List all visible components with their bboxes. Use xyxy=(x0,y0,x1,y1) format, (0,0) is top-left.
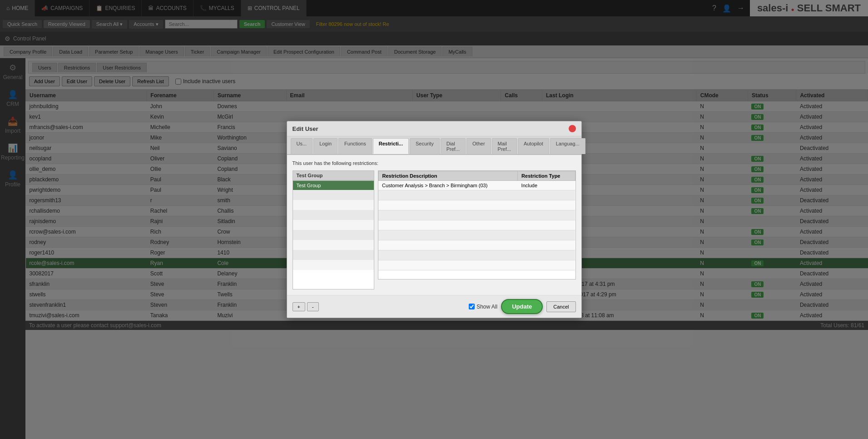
restriction-row-empty xyxy=(378,200,575,210)
modal-close-button[interactable] xyxy=(569,125,576,132)
modal-tab-language[interactable]: Languag... xyxy=(550,138,585,154)
restriction-table-wrap: Restriction Description Restriction Type… xyxy=(378,170,576,279)
restriction-group-header: Test Group xyxy=(293,170,374,180)
modal-tab-other[interactable]: Other xyxy=(466,138,491,154)
modal-footer-buttons-left: + - xyxy=(293,302,319,311)
restriction-groups: Test Group Test Group xyxy=(293,170,374,289)
restriction-desc: Customer Analysis > Branch > Birmingham … xyxy=(378,181,518,190)
modal-footer: + - Show All Update Cancel xyxy=(287,295,581,318)
update-button[interactable]: Update xyxy=(501,299,543,314)
modal-tab-security[interactable]: Security xyxy=(410,138,440,154)
restrictions-layout: Test Group Test Group xyxy=(293,170,576,289)
restriction-row-empty xyxy=(293,240,374,250)
show-all-label[interactable]: Show All xyxy=(469,304,497,310)
restriction-row-empty xyxy=(378,230,575,240)
restriction-row-empty xyxy=(293,210,374,220)
restriction-row-empty xyxy=(378,220,575,230)
restriction-type: Include xyxy=(518,181,575,190)
restriction-list-item[interactable]: Test Group xyxy=(293,181,374,190)
modal-body: This user has the following restrictions… xyxy=(287,155,581,295)
add-restriction-button[interactable]: + xyxy=(293,302,305,311)
restriction-row-empty xyxy=(378,210,575,220)
restriction-row-empty xyxy=(293,260,374,270)
modal-tab-restrictions[interactable]: Restricti... xyxy=(373,138,409,154)
restriction-row-empty xyxy=(293,200,374,210)
modal-tab-autopilot[interactable]: Autopilot xyxy=(518,138,549,154)
restriction-details: Restriction Description Restriction Type… xyxy=(378,170,576,289)
remove-restriction-button[interactable]: - xyxy=(307,302,319,311)
restriction-col-desc: Restriction Description xyxy=(378,171,518,181)
modal-tab-dialpref[interactable]: Dial Pref... xyxy=(441,138,466,154)
restriction-row-empty xyxy=(378,190,575,200)
modal-tab-login[interactable]: Login xyxy=(313,138,337,154)
restriction-row-empty xyxy=(378,260,575,270)
restriction-col-type: Restriction Type xyxy=(518,171,575,181)
edit-user-modal: Edit User Us... Login Functions Restrict… xyxy=(287,121,582,318)
restriction-table: Restriction Description Restriction Type… xyxy=(378,171,575,270)
modal-tabs: Us... Login Functions Restricti... Secur… xyxy=(287,136,581,155)
restriction-row-empty xyxy=(378,240,575,250)
restrictions-description: This user has the following restrictions… xyxy=(293,160,576,166)
restriction-row-empty xyxy=(293,230,374,240)
modal-overlay: Edit User Us... Login Functions Restrict… xyxy=(0,0,868,439)
restriction-list[interactable]: Test Group xyxy=(293,180,374,289)
restriction-row-empty xyxy=(378,250,575,260)
show-all-checkbox[interactable] xyxy=(469,304,475,309)
modal-footer-buttons-right: Show All Update Cancel xyxy=(469,299,575,314)
cancel-button[interactable]: Cancel xyxy=(546,301,575,312)
restriction-row-empty xyxy=(293,190,374,200)
modal-tab-mailpref[interactable]: Mail Pref... xyxy=(492,138,517,154)
modal-tab-us[interactable]: Us... xyxy=(291,138,313,154)
restriction-row: Customer Analysis > Branch > Birmingham … xyxy=(378,181,575,190)
restriction-row-empty xyxy=(293,250,374,260)
modal-tab-functions[interactable]: Functions xyxy=(338,138,372,154)
modal-header: Edit User xyxy=(287,121,581,136)
modal-title: Edit User xyxy=(293,125,318,132)
restriction-row-empty xyxy=(293,220,374,230)
